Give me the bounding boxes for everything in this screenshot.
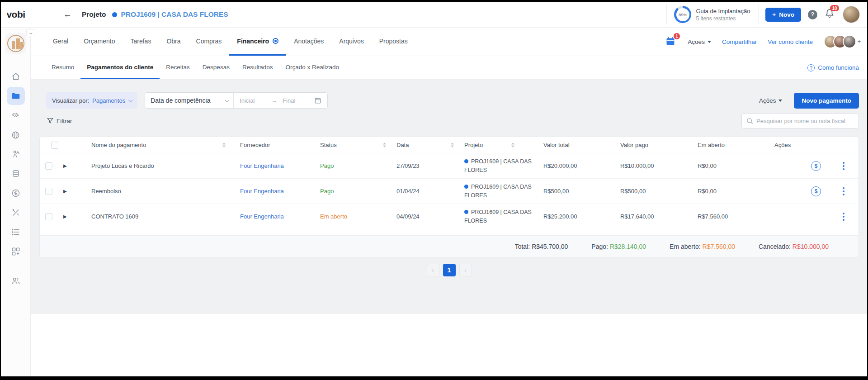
implementation-guide-widget[interactable]: 89% Guia de Implantação 5 itens restante… bbox=[666, 5, 759, 24]
tab-propostas[interactable]: Propostas bbox=[372, 28, 415, 56]
supplier-link[interactable]: Four Engenharia bbox=[230, 213, 313, 220]
total-value: R$20.000,00 bbox=[537, 162, 614, 169]
subtab-resultados[interactable]: Resultados bbox=[236, 56, 279, 79]
col-nome-do-pagamento[interactable]: Nome do pagamento bbox=[75, 142, 230, 148]
add-member-icon[interactable]: + bbox=[858, 38, 861, 45]
col-acoes: Ações bbox=[768, 142, 859, 148]
date-end-input[interactable] bbox=[283, 97, 309, 104]
row-checkbox[interactable] bbox=[45, 213, 52, 220]
prev-page-button[interactable]: ‹ bbox=[427, 264, 439, 276]
sort-icon[interactable] bbox=[450, 142, 454, 148]
current-page-button[interactable]: 1 bbox=[443, 264, 456, 276]
list-icon[interactable] bbox=[7, 223, 25, 241]
handshake-icon[interactable] bbox=[7, 106, 25, 124]
sidebar-expand-icon[interactable]: → bbox=[26, 29, 35, 36]
tab-tarefas[interactable]: Tarefas bbox=[123, 28, 159, 56]
calendar-icon[interactable]: 1 bbox=[665, 36, 677, 48]
vobi-logo[interactable]: vobi bbox=[1, 9, 31, 20]
back-icon[interactable]: ← bbox=[63, 10, 72, 19]
subtab-pagamentos-do-cliente[interactable]: Pagamentos do cliente bbox=[80, 56, 160, 79]
tools-icon[interactable] bbox=[7, 204, 25, 222]
list-actions-label: Ações bbox=[759, 97, 776, 104]
project-members-avatars[interactable]: + bbox=[824, 35, 861, 48]
subtab-receitas[interactable]: Receitas bbox=[160, 56, 196, 79]
notifications-icon[interactable]: 10 bbox=[824, 8, 836, 21]
project-cell[interactable]: PROJ1609 | CASA DAS FLORES bbox=[464, 157, 532, 174]
row-menu-icon[interactable] bbox=[841, 211, 846, 222]
view-by-value: Pagamentos bbox=[92, 97, 125, 104]
date-start-input[interactable] bbox=[240, 97, 266, 104]
table-row: ▶ Reembolso Four Engenharia Pago 01/04/2… bbox=[40, 178, 859, 204]
new-payment-button[interactable]: Novo pagamento bbox=[794, 93, 859, 109]
tab-compras[interactable]: Compras bbox=[189, 28, 230, 56]
col-projeto[interactable]: Projeto bbox=[458, 142, 537, 148]
table-header-row: Nome do pagamento Fornecedor Status Data bbox=[40, 137, 859, 153]
project-actions-menu[interactable]: Ações bbox=[688, 38, 711, 45]
company-logo[interactable] bbox=[5, 33, 26, 54]
expand-row-icon[interactable]: ▶ bbox=[58, 214, 75, 219]
guide-title: Guia de Implantação bbox=[696, 8, 750, 14]
page-title: Projeto bbox=[82, 10, 106, 19]
payment-name[interactable]: CONTRATO 1609 bbox=[75, 213, 230, 220]
tab-arquivos[interactable]: Arquivos bbox=[331, 28, 371, 56]
view-as-client-button[interactable]: Ver como cliente bbox=[768, 38, 813, 45]
funnel-icon bbox=[47, 118, 53, 124]
row-checkbox[interactable] bbox=[45, 188, 52, 195]
team-users-icon[interactable] bbox=[7, 272, 25, 290]
tab-geral[interactable]: Geral bbox=[45, 28, 76, 56]
sort-icon[interactable] bbox=[222, 142, 226, 148]
col-data[interactable]: Data bbox=[390, 142, 458, 148]
next-page-button[interactable]: › bbox=[459, 264, 472, 276]
calendar-icon[interactable] bbox=[314, 97, 321, 104]
payment-name[interactable]: Projeto Lucas e Ricardo bbox=[75, 162, 230, 169]
row-menu-icon[interactable] bbox=[841, 186, 846, 197]
col-status[interactable]: Status bbox=[313, 142, 390, 148]
home-icon[interactable] bbox=[7, 67, 25, 86]
subtab-despesas[interactable]: Despesas bbox=[196, 56, 236, 79]
col-fornecedor[interactable]: Fornecedor bbox=[230, 142, 313, 148]
register-payment-icon[interactable]: $ bbox=[811, 186, 821, 196]
list-actions-menu[interactable]: Ações bbox=[759, 97, 783, 104]
search-row: Filtrar bbox=[39, 113, 859, 128]
payment-name[interactable]: Reembolso bbox=[75, 188, 230, 195]
supplier-link[interactable]: Four Engenharia bbox=[230, 188, 313, 195]
how-it-works-link[interactable]: ? Como funciona bbox=[807, 56, 859, 79]
expand-row-icon[interactable]: ▶ bbox=[58, 189, 75, 194]
coins-stack-icon[interactable] bbox=[7, 165, 25, 183]
projects-folder-icon[interactable] bbox=[7, 87, 25, 105]
subtab-orcado-x-realizado[interactable]: Orçado x Realizado bbox=[279, 56, 345, 79]
tab-financeiro-label: Financeiro bbox=[237, 38, 269, 45]
row-menu-icon[interactable] bbox=[841, 161, 846, 171]
user-avatar[interactable] bbox=[843, 6, 860, 23]
search-icon bbox=[746, 118, 753, 124]
project-cell[interactable]: PROJ1609 | CASA DAS FLORES bbox=[464, 183, 532, 199]
sort-icon[interactable] bbox=[382, 142, 387, 148]
project-name-link[interactable]: PROJ1609 | CASA DAS FLORES bbox=[121, 10, 228, 19]
tab-obra[interactable]: Obra bbox=[159, 28, 188, 56]
sort-icon[interactable] bbox=[511, 142, 515, 148]
register-payment-icon[interactable]: $ bbox=[811, 161, 821, 171]
share-button[interactable]: Compartilhar bbox=[722, 38, 757, 45]
expand-row-icon[interactable]: ▶ bbox=[58, 163, 75, 168]
tab-anotacoes[interactable]: Anotações bbox=[286, 28, 331, 56]
header-right-group: 89% Guia de Implantação 5 itens restante… bbox=[666, 2, 860, 27]
search-input[interactable] bbox=[756, 118, 854, 124]
new-button[interactable]: + Novo bbox=[765, 8, 801, 22]
supplier-link[interactable]: Four Engenharia bbox=[230, 162, 313, 169]
tab-orcamento[interactable]: Orçamento bbox=[76, 28, 123, 56]
subtab-resumo[interactable]: Resumo bbox=[45, 56, 80, 79]
date-type-select[interactable]: Data de competência bbox=[145, 93, 233, 108]
payments-workspace: Visualizar por: Pagamentos Data de compe… bbox=[31, 80, 867, 314]
construction-worker-icon[interactable] bbox=[7, 145, 25, 163]
view-by-select[interactable]: Visualizar por: Pagamentos bbox=[46, 92, 137, 109]
globe-icon[interactable] bbox=[7, 126, 25, 144]
tab-financeiro[interactable]: Financeiro bbox=[229, 28, 286, 56]
help-icon[interactable]: ? bbox=[808, 10, 817, 19]
row-checkbox[interactable] bbox=[45, 162, 52, 170]
project-cell[interactable]: PROJ1609 | CASA DAS FLORES bbox=[464, 208, 532, 224]
dollar-coin-icon[interactable] bbox=[7, 184, 25, 202]
search-box[interactable] bbox=[741, 113, 859, 128]
apps-grid-plus-icon[interactable] bbox=[7, 242, 25, 261]
filter-toggle[interactable]: Filtrar bbox=[47, 118, 72, 124]
select-all-checkbox[interactable] bbox=[51, 142, 58, 149]
